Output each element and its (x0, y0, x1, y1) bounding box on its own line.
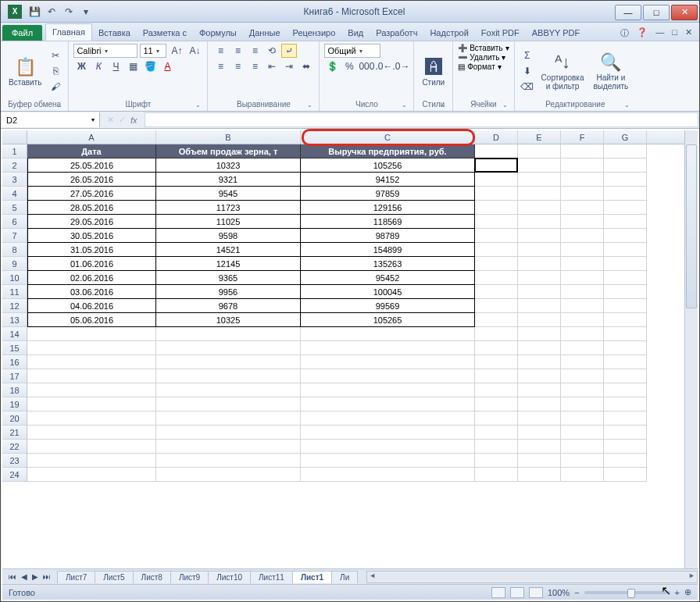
sheet-prev-icon[interactable]: ◀ (20, 572, 29, 581)
row-header[interactable]: 15 (2, 341, 27, 355)
align-center-button[interactable]: ≡ (230, 59, 245, 73)
align-left-button[interactable]: ≡ (212, 59, 228, 73)
cell[interactable] (27, 397, 156, 411)
cell[interactable] (475, 144, 518, 159)
cell[interactable] (475, 187, 518, 201)
font-name-select[interactable]: Calibri▾ (73, 44, 138, 58)
scroll-thumb[interactable] (686, 144, 697, 308)
grow-font-button[interactable]: A↑ (169, 44, 184, 58)
sheet-tab[interactable]: Лист9 (170, 571, 209, 583)
cell[interactable] (475, 215, 518, 229)
cell[interactable] (604, 397, 647, 411)
undo-button[interactable]: ↶ (44, 4, 59, 20)
align-top-button[interactable]: ≡ (212, 44, 228, 58)
cell[interactable] (604, 285, 647, 299)
cell[interactable] (604, 454, 647, 468)
dec-decimal-button[interactable]: .0→ (393, 59, 409, 73)
cell[interactable] (301, 397, 475, 411)
cell[interactable] (518, 243, 561, 257)
cell[interactable] (604, 229, 647, 243)
cell[interactable] (518, 355, 561, 369)
row-header[interactable]: 18 (2, 383, 27, 397)
cell[interactable] (475, 229, 518, 243)
row-header[interactable]: 1 (2, 144, 27, 159)
cell[interactable] (301, 369, 475, 383)
cell[interactable] (301, 454, 475, 468)
paste-button[interactable]: 📋 Вставить (5, 44, 45, 98)
cell[interactable]: 135263 (301, 257, 475, 271)
maximize-button[interactable]: □ (643, 5, 670, 20)
save-button[interactable]: 💾 (27, 4, 42, 20)
cell[interactable]: 27.05.2016 (27, 187, 156, 201)
tab-view[interactable]: Вид (341, 25, 370, 41)
cell[interactable] (518, 215, 561, 229)
tab-home[interactable]: Главная (45, 23, 92, 41)
horizontal-scrollbar[interactable] (366, 571, 698, 583)
clear-button[interactable]: ⌫ (520, 80, 535, 94)
cell[interactable] (156, 341, 301, 355)
cell[interactable] (518, 271, 561, 285)
cell[interactable]: 03.06.2016 (27, 285, 156, 299)
row-header[interactable]: 20 (2, 411, 27, 426)
fx-button[interactable]: fx (130, 116, 138, 125)
cell[interactable] (156, 369, 301, 383)
shrink-font-button[interactable]: A↓ (187, 44, 202, 58)
cell[interactable] (27, 383, 156, 397)
currency-button[interactable]: 💲 (324, 59, 340, 73)
cut-button[interactable]: ✂ (48, 48, 63, 62)
cell[interactable] (475, 257, 518, 271)
cell[interactable] (518, 369, 561, 383)
fx-confirm-icon[interactable]: ✓ (119, 115, 126, 125)
row-header[interactable]: 23 (2, 454, 27, 468)
tab-foxit[interactable]: Foxit PDF (475, 25, 526, 41)
inc-decimal-button[interactable]: .0← (376, 59, 391, 73)
fill-color-button[interactable]: 🪣 (142, 59, 158, 73)
cell[interactable] (561, 383, 604, 397)
cell[interactable] (604, 313, 647, 327)
col-header-d[interactable]: D (475, 130, 518, 144)
cell[interactable] (156, 411, 301, 426)
sort-filter-button[interactable]: ᴬ↓ Сортировка и фильтр (538, 44, 588, 98)
cell[interactable]: Дата (27, 144, 156, 159)
cell[interactable] (518, 285, 561, 299)
sheet-last-icon[interactable]: ⏭ (41, 572, 52, 581)
row-header[interactable]: 10 (2, 271, 27, 285)
close-button[interactable]: ✕ (671, 5, 698, 20)
cell[interactable] (518, 454, 561, 468)
cell[interactable] (561, 159, 604, 173)
cell[interactable] (301, 383, 475, 397)
tab-layout[interactable]: Разметка с (137, 25, 193, 41)
cell[interactable]: 12145 (156, 257, 301, 271)
cell[interactable] (518, 440, 561, 454)
sheet-tab[interactable]: Лист5 (95, 571, 133, 583)
format-painter-button[interactable]: 🖌 (48, 80, 63, 94)
cell[interactable] (475, 397, 518, 411)
cell[interactable] (475, 159, 518, 173)
cell[interactable] (518, 187, 561, 201)
cell[interactable]: 94152 (301, 173, 475, 187)
view-layout-button[interactable] (510, 587, 524, 598)
cell[interactable] (604, 271, 647, 285)
merge-button[interactable]: ⬌ (298, 59, 314, 73)
cell[interactable] (475, 271, 518, 285)
cell[interactable]: 11025 (156, 215, 301, 229)
cell[interactable] (518, 173, 561, 187)
zoom-expand-button[interactable]: ⊕ (684, 587, 691, 597)
cell[interactable] (561, 229, 604, 243)
cell[interactable] (518, 201, 561, 215)
wb-restore-icon[interactable]: □ (670, 26, 680, 41)
cell[interactable] (518, 144, 561, 159)
cell[interactable]: 31.05.2016 (27, 243, 156, 257)
cell[interactable] (156, 327, 301, 341)
sheet-tab[interactable]: Лист10 (208, 571, 251, 583)
row-header[interactable]: 24 (2, 468, 27, 482)
cell[interactable]: 9598 (156, 229, 301, 243)
row-header[interactable]: 9 (2, 257, 27, 271)
cell[interactable]: 100045 (301, 285, 475, 299)
indent-dec-button[interactable]: ⇤ (264, 59, 280, 73)
redo-button[interactable]: ↷ (61, 4, 77, 20)
cell[interactable] (301, 355, 475, 369)
cell[interactable] (156, 468, 301, 482)
row-header[interactable]: 13 (2, 313, 27, 327)
cell[interactable] (475, 355, 518, 369)
